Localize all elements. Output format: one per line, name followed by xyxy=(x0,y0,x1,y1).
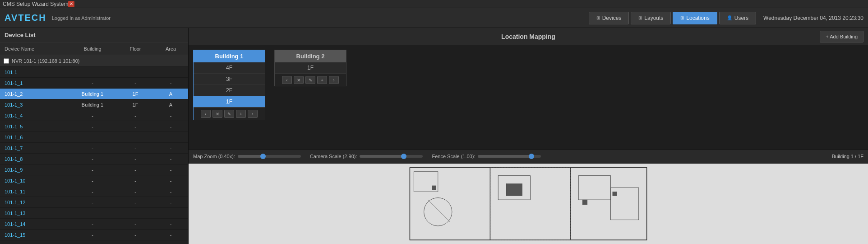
building-card-b2[interactable]: Building 21F‹✕✎+› xyxy=(274,50,346,86)
device-building-cell: - xyxy=(68,232,117,238)
device-table-header: Device Name Building Floor Area xyxy=(0,42,188,55)
device-row[interactable]: 101-1_9 - - - xyxy=(0,164,188,175)
device-row[interactable]: 101-1 - - - xyxy=(0,67,188,78)
device-row[interactable]: 101-1_3 Building 1 1F A xyxy=(0,99,188,110)
datetime: Wednesday December 04, 2013 20:23:30 xyxy=(763,15,863,21)
map-area[interactable] xyxy=(189,164,868,244)
camera-scale-slider[interactable] xyxy=(360,155,423,158)
locations-nav-icon: ⊞ xyxy=(680,15,684,20)
device-name-cell: 101-1_9 xyxy=(0,167,68,173)
device-floor-cell: - xyxy=(117,80,153,86)
toolbar-btn-0[interactable]: ‹ xyxy=(282,76,292,84)
fence-scale-label: Fence Scale (1.00): xyxy=(432,154,475,159)
toolbar-btn-2[interactable]: ✎ xyxy=(305,76,315,84)
svg-rect-12 xyxy=(432,186,436,190)
device-name-cell: 101-1_13 xyxy=(0,211,68,216)
toolbar-btn-1[interactable]: ✕ xyxy=(294,76,304,84)
device-row[interactable]: 101-1_12 - - - xyxy=(0,197,188,208)
device-floor-cell: - xyxy=(117,232,153,238)
device-building-cell: - xyxy=(68,70,117,75)
locations-nav-label: Locations xyxy=(686,15,709,21)
floor-item[interactable]: 1F xyxy=(275,62,346,74)
device-area-cell: - xyxy=(153,124,188,129)
device-name-cell: 101-1_12 xyxy=(0,200,68,205)
toolbar-btn-0[interactable]: ‹ xyxy=(201,110,211,118)
building-indicator: Building 1 / 1F xyxy=(832,154,863,159)
device-list-panel: Device List Device Name Building Floor A… xyxy=(0,28,189,244)
nav-btn-locations[interactable]: ⊞Locations xyxy=(673,12,717,24)
camera-scale-label: Camera Scale (2.90): xyxy=(310,154,357,159)
toolbar-btn-4[interactable]: › xyxy=(248,110,258,118)
nav-btn-devices[interactable]: ⊞Devices xyxy=(589,12,629,24)
map-zoom-group: Map Zoom (0.40x): xyxy=(193,154,301,159)
device-row[interactable]: 101-1_1 - - - xyxy=(0,78,188,89)
device-row[interactable]: 101-1_15 - - - xyxy=(0,230,188,240)
nav-buttons: ⊞Devices⊞Layouts⊞Locations👤Users xyxy=(587,12,756,24)
device-row[interactable]: 101-1_4 - - - xyxy=(0,110,188,121)
building-title-b2: Building 2 xyxy=(275,50,346,62)
svg-rect-0 xyxy=(410,168,646,240)
device-building-cell: - xyxy=(68,135,117,140)
svg-rect-1 xyxy=(410,168,490,240)
device-building-cell: Building 1 xyxy=(68,102,117,108)
device-row[interactable]: 101-1_2 Building 1 1F A xyxy=(0,89,188,99)
svg-rect-14 xyxy=(613,192,617,196)
device-row[interactable]: 101-1_10 - - - xyxy=(0,175,188,186)
fence-scale-group: Fence Scale (1.00): xyxy=(432,154,541,159)
device-building-cell: - xyxy=(68,178,117,183)
device-row[interactable]: 101-1_11 - - - xyxy=(0,186,188,197)
svg-rect-13 xyxy=(582,200,587,205)
toolbar-btn-1[interactable]: ✕ xyxy=(212,110,222,118)
device-row[interactable]: 101-1_5 - - - xyxy=(0,121,188,132)
right-panel: Location Mapping + Add Building Building… xyxy=(189,28,868,244)
floor-item[interactable]: 1F xyxy=(194,96,265,108)
device-name-cell: 101-1_15 xyxy=(0,232,68,238)
toolbar-btn-4[interactable]: › xyxy=(329,76,339,84)
device-name-cell: 101-1_4 xyxy=(0,113,68,118)
device-row[interactable]: 101-1_13 - - - xyxy=(0,208,188,219)
add-building-button[interactable]: + Add Building xyxy=(820,31,863,42)
floor-item[interactable]: 4F xyxy=(194,62,265,74)
device-floor-cell: - xyxy=(117,135,153,140)
fence-scale-slider[interactable] xyxy=(478,155,541,158)
nav-btn-layouts[interactable]: ⊞Layouts xyxy=(631,12,671,24)
device-floor-cell: - xyxy=(117,167,153,173)
device-floor-cell: - xyxy=(117,221,153,227)
toolbar-btn-2[interactable]: ✎ xyxy=(224,110,234,118)
layouts-nav-label: Layouts xyxy=(644,15,663,21)
building-toolbar-b2: ‹✕✎+› xyxy=(275,74,346,86)
device-name-cell: 101-1_10 xyxy=(0,178,68,183)
device-area-cell: - xyxy=(153,189,188,194)
device-floor-cell: - xyxy=(117,178,153,183)
device-row[interactable]: 101-1_7 - - - xyxy=(0,143,188,154)
device-row[interactable]: 101-1_8 - - - xyxy=(0,154,188,164)
device-area-cell: A xyxy=(153,102,188,108)
close-button[interactable]: ✕ xyxy=(68,1,74,7)
nav-btn-users[interactable]: 👤Users xyxy=(719,12,756,24)
device-name-cell: 101-1 xyxy=(0,70,68,75)
device-area-cell: - xyxy=(153,145,188,151)
devices-nav-icon: ⊞ xyxy=(596,15,600,20)
building-card-b1[interactable]: Building 14F3F2F1F‹✕✎+› xyxy=(193,50,265,120)
device-building-cell: - xyxy=(68,80,117,86)
toolbar-btn-3[interactable]: + xyxy=(317,76,327,84)
device-row[interactable]: 101-1_16 - - - xyxy=(0,240,188,244)
floor-item[interactable]: 2F xyxy=(194,85,265,96)
floor-item[interactable]: 3F xyxy=(194,74,265,85)
map-zoom-slider[interactable] xyxy=(238,155,301,158)
device-building-cell: - xyxy=(68,167,117,173)
device-building-cell: Building 1 xyxy=(68,91,117,97)
device-name-cell: 101-1_2 xyxy=(0,91,68,97)
device-building-cell: - xyxy=(68,189,117,194)
device-floor-cell: - xyxy=(117,145,153,151)
device-row[interactable]: 101-1_6 - - - xyxy=(0,132,188,143)
devices-nav-label: Devices xyxy=(602,15,622,21)
device-row[interactable]: 101-1_14 - - - xyxy=(0,219,188,230)
location-mapping-header: Location Mapping + Add Building xyxy=(189,28,868,45)
users-nav-label: Users xyxy=(734,15,748,21)
nvr-checkbox[interactable] xyxy=(4,58,9,64)
device-name-cell: 101-1_14 xyxy=(0,221,68,227)
bottom-controls: Map Zoom (0.40x): Camera Scale (2.90): F… xyxy=(189,149,868,164)
toolbar-btn-3[interactable]: + xyxy=(236,110,246,118)
svg-rect-9 xyxy=(578,176,610,200)
